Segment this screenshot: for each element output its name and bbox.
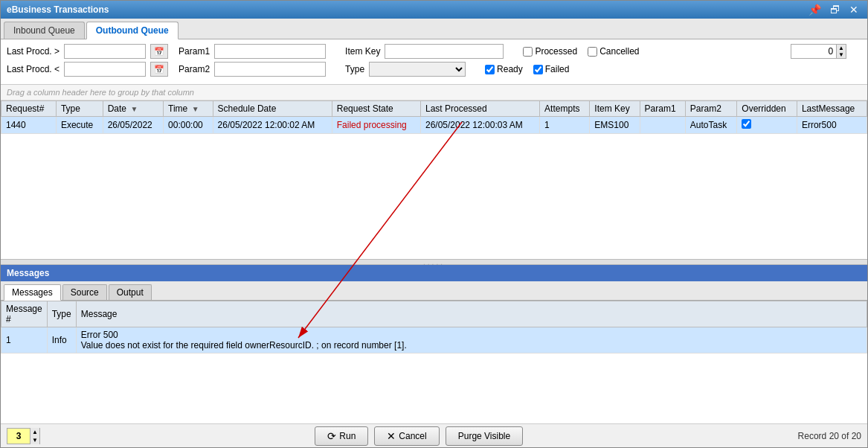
messages-section: Messages Messages Source Output Message …	[1, 265, 867, 423]
messages-tabs: Messages Source Output	[1, 281, 867, 301]
item-key-input[interactable]	[385, 44, 504, 59]
filter-row-2: Last Procd. < 📅 Param2 Type Ready Failed	[7, 62, 861, 77]
msg-table-area[interactable]: Message # Type Message 1 Info Error 500V…	[1, 301, 867, 423]
spin-down-button[interactable]: ▼	[836, 51, 846, 58]
bottom-spin: 3 ▲ ▼	[7, 428, 40, 444]
col-date[interactable]: Date ▼	[103, 101, 163, 117]
last-procd-lt-label: Last Procd. <	[7, 64, 60, 74]
drag-hint: Drag a column header here to group by th…	[1, 85, 867, 100]
ready-checkbox[interactable]	[485, 65, 495, 74]
cancel-button[interactable]: ✕ Cancel	[374, 426, 439, 446]
failed-checkbox[interactable]	[533, 65, 543, 74]
table-header-row: Request# Type Date ▼ Time ▼ Schedule Dat…	[1, 101, 867, 117]
bottom-left: 3 ▲ ▼	[7, 428, 40, 444]
record-text: Record 20 of 20	[798, 431, 861, 441]
processed-checkbox[interactable]	[523, 47, 533, 57]
type-select[interactable]	[369, 62, 466, 77]
purge-button[interactable]: Purge Visible	[446, 426, 524, 446]
cell-item-key: EMS100	[590, 117, 640, 134]
msg-tab-source[interactable]: Source	[62, 284, 107, 300]
cancelled-checkbox-label[interactable]: Cancelled	[588, 46, 639, 57]
checkbox-group-1: Processed Cancelled	[523, 46, 639, 57]
cancel-icon: ✕	[387, 430, 396, 442]
restore-button[interactable]: 🗗	[827, 4, 843, 16]
col-overridden[interactable]: Overridden	[737, 101, 797, 117]
main-window: eBusiness Transactions 📌 🗗 ✕ Inbound Que…	[0, 0, 868, 448]
msg-tab-output[interactable]: Output	[109, 284, 152, 300]
cell-last-processed: 26/05/2022 12:00:03 AM	[420, 117, 539, 134]
tab-inbound[interactable]: Inbound Queue	[4, 22, 85, 39]
sort-arrow-4: ▼	[192, 105, 199, 113]
msg-tab-messages[interactable]: Messages	[4, 284, 61, 301]
cell-overridden	[737, 117, 797, 134]
data-table: Request# Type Date ▼ Time ▼ Schedule Dat…	[1, 100, 867, 134]
processed-checkbox-label[interactable]: Processed	[523, 46, 577, 57]
param2-label: Param2	[179, 64, 210, 74]
spin-up-button[interactable]: ▲	[836, 45, 846, 51]
data-table-area[interactable]: Request# Type Date ▼ Time ▼ Schedule Dat…	[1, 100, 867, 259]
bottom-buttons: ⟳ Run ✕ Cancel Purge Visible	[315, 426, 523, 446]
bottom-spin-up[interactable]: ▲	[30, 428, 39, 436]
col-param1[interactable]: Param1	[640, 101, 685, 117]
msg-row[interactable]: 1 Info Error 500Value does not exist for…	[1, 327, 867, 353]
window-title: eBusiness Transactions	[7, 4, 109, 15]
cell-schedule-date: 26/05/2022 12:00:02 AM	[213, 117, 332, 134]
cell-time: 00:00:00	[164, 117, 213, 134]
col-last-message[interactable]: LastMessage	[797, 101, 867, 117]
msg-col-num[interactable]: Message #	[1, 301, 48, 327]
msg-cell-message: Error 500Value does not exist for the re…	[76, 327, 867, 353]
type-label: Type	[345, 64, 364, 74]
titlebar: eBusiness Transactions 📌 🗗 ✕	[1, 1, 867, 19]
main-content: Drag a column header here to group by th…	[1, 85, 867, 423]
run-button[interactable]: ⟳ Run	[315, 426, 368, 446]
failed-checkbox-label[interactable]: Failed	[533, 64, 570, 74]
checkbox-group-2: Ready Failed	[485, 64, 569, 74]
bottom-spin-down[interactable]: ▼	[30, 436, 39, 444]
cancelled-checkbox[interactable]	[588, 47, 597, 57]
last-procd-gt-label: Last Procd. >	[7, 46, 60, 57]
last-procd-gt-input[interactable]	[64, 44, 146, 59]
param1-input[interactable]	[214, 44, 326, 59]
spin-box: 0 ▲ ▼	[791, 44, 846, 59]
cell-date: 26/05/2022	[103, 117, 163, 134]
last-procd-lt-input[interactable]	[64, 62, 146, 77]
col-request-state[interactable]: Request State	[332, 101, 420, 117]
msg-col-type[interactable]: Type	[47, 301, 76, 327]
msg-cell-type: Info	[47, 327, 76, 353]
col-item-key[interactable]: Item Key	[590, 101, 640, 117]
bottom-spin-input[interactable]: 3	[7, 429, 30, 444]
spin-arrows: ▲ ▼	[836, 45, 846, 58]
cell-last-message: Error500	[797, 117, 867, 134]
col-type[interactable]: Type	[56, 101, 103, 117]
messages-header: Messages	[1, 265, 867, 281]
pin-button[interactable]: 📌	[806, 4, 824, 16]
table-row[interactable]: 1440 Execute 26/05/2022 00:00:00 26/05/2…	[1, 117, 867, 134]
msg-body: 1 Info Error 500Value does not exist for…	[1, 327, 867, 353]
spin-input[interactable]: 0	[791, 45, 836, 58]
ready-checkbox-label[interactable]: Ready	[485, 64, 523, 74]
filter-area: Last Procd. > 📅 Param1 Item Key Processe…	[1, 39, 867, 85]
close-button[interactable]: ✕	[846, 4, 861, 16]
col-param2[interactable]: Param2	[685, 101, 736, 117]
calendar-gt-button[interactable]: 📅	[150, 44, 168, 59]
filter-row-1: Last Procd. > 📅 Param1 Item Key Processe…	[7, 44, 861, 59]
col-last-processed[interactable]: Last Processed	[420, 101, 539, 117]
col-schedule-date[interactable]: Schedule Date	[213, 101, 332, 117]
cell-request-num: 1440	[1, 117, 57, 134]
cell-param1	[640, 117, 685, 134]
col-time[interactable]: Time ▼	[164, 101, 213, 117]
splitter[interactable]: .....	[1, 259, 867, 265]
overridden-checkbox[interactable]	[742, 119, 751, 129]
col-request-num[interactable]: Request#	[1, 101, 57, 117]
param2-input[interactable]	[214, 62, 326, 77]
msg-table: Message # Type Message 1 Info Error 500V…	[1, 301, 867, 353]
tab-outbound[interactable]: Outbound Queue	[86, 22, 179, 39]
col-attempts[interactable]: Attempts	[540, 101, 590, 117]
msg-col-message[interactable]: Message	[76, 301, 867, 327]
msg-header-row: Message # Type Message	[1, 301, 867, 327]
cell-type: Execute	[56, 117, 103, 134]
cell-attempts: 1	[540, 117, 590, 134]
param1-label: Param1	[179, 46, 210, 57]
calendar-lt-button[interactable]: 📅	[150, 62, 168, 77]
msg-cell-num: 1	[1, 327, 48, 353]
